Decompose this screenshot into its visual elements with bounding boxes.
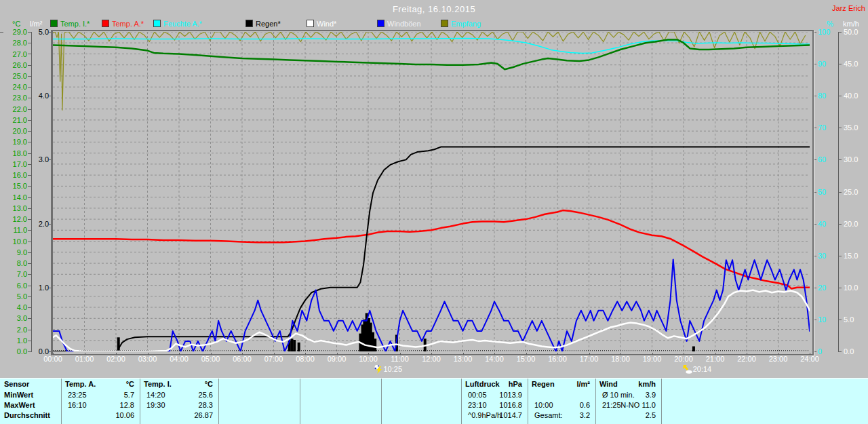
axis-tick-label: 20.0: [844, 220, 864, 228]
unit-label-celsius: °C: [12, 20, 20, 28]
axis-tick-label: 1.0: [31, 284, 49, 292]
axis-tick-label: 3.0: [4, 314, 27, 322]
table-row-label: Durchschnitt: [4, 411, 50, 420]
legend-item-temp-a: Temp. A.*: [102, 20, 144, 28]
wind-event-icon: [683, 364, 692, 374]
axis-tick-label: 28.0: [4, 39, 27, 47]
axis-tick: [0, 32, 3, 33]
storm-event-icon: [374, 364, 383, 374]
x-axis-label: 00:00: [43, 355, 62, 363]
legend-swatch-regen: [245, 20, 253, 27]
x-axis-label: 23:00: [769, 355, 788, 363]
axis-tick-label: 4.0: [4, 303, 27, 311]
table-cell-temp-i-value: 25.6: [140, 391, 213, 400]
axis-tick-label: 2.0: [4, 326, 27, 334]
x-axis-label: 19:00: [643, 355, 662, 363]
plot-area: [53, 32, 810, 351]
axis-tick-label: 24.0: [4, 83, 27, 91]
axis-tick-label: 16.0: [4, 171, 27, 179]
legend-label: Feuchte A.*: [163, 20, 202, 28]
x-axis-label: 08:00: [296, 355, 315, 363]
legend-label: Temp. A.*: [112, 20, 144, 28]
x-axis-label: 12:00: [422, 355, 441, 363]
axis-tick: [28, 131, 31, 132]
axis-tick: [838, 64, 842, 64]
axis-tick-label: 12.0: [4, 215, 27, 223]
axis-tick-label: 5.0: [844, 315, 864, 324]
axis-tick-label: 15.0: [844, 252, 864, 260]
x-axis-label: 05:00: [201, 355, 220, 363]
table-cell-wind-value: 2.5: [595, 411, 656, 420]
axis-tick: [838, 320, 842, 320]
legend-item-feuchte-a: Feuchte A.*: [153, 20, 202, 28]
axis-tick: [28, 252, 31, 253]
table-row-label: MaxWert: [4, 401, 35, 410]
table-cell-temp-i-value: 26.87: [140, 411, 213, 420]
axis-tick-label: 40: [818, 220, 835, 228]
table-cell-luftdruck-value: 1013.9: [461, 391, 522, 400]
table-row-label: Sensor: [4, 380, 29, 389]
legend-label: Windböen: [387, 20, 421, 28]
table-cell-luftdruck-value: 1014.7: [461, 411, 522, 420]
axis-tick-label: 14.0: [4, 193, 27, 201]
axis-tick-label: 19.0: [4, 138, 27, 146]
weather-station-window: Freitag, 16.10.2015 Jarz Erich °C l/m² %…: [0, 0, 868, 424]
axis-tick-label: 6.0: [4, 282, 27, 290]
axis-tick: [28, 120, 31, 121]
x-axis-label: 21:00: [706, 355, 725, 363]
axis-tick-label: 17.0: [4, 160, 27, 168]
axis-tick: [838, 192, 842, 193]
axis-tick: [28, 296, 31, 297]
x-axis-label: 07:00: [264, 355, 283, 363]
axis-tick: [28, 341, 31, 341]
event-marker-time: 20:14: [693, 365, 712, 373]
legend-label: Regen*: [256, 20, 281, 28]
x-axis-label: 03:00: [138, 355, 157, 363]
axis-tick: [28, 87, 31, 88]
axis-tick: [28, 208, 31, 209]
x-axis-label: 14:00: [485, 355, 504, 363]
axis-tick-label: 60: [818, 155, 835, 163]
event-marker-time: 10:25: [384, 365, 403, 373]
legend-swatch-windb-en: [377, 20, 384, 27]
legend-item-temp-i: Temp. I.*: [50, 20, 90, 28]
axis-tick-label: 22.0: [4, 105, 27, 113]
x-axis-label: 24:00: [800, 355, 819, 363]
axis-tick-label: 0: [818, 347, 835, 355]
axis-tick: [28, 274, 31, 275]
table-cell-wind-value: N-NO 11.0: [595, 401, 656, 410]
table-cell-temp-a-value: 5.7: [61, 391, 134, 400]
axis-tick: [28, 76, 31, 77]
table-cell-luftdruck-value: 1016.8: [461, 401, 522, 410]
axis-tick-label: 90: [818, 60, 835, 68]
axis-tick-label: 10.0: [844, 284, 864, 292]
axis-tick-label: 30: [818, 252, 835, 260]
x-axis-label: 06:00: [233, 355, 252, 363]
table-cell-temp-a-value: 10.06: [61, 411, 134, 420]
x-axis-label: 13:00: [454, 355, 473, 363]
axis-tick-label: 80: [818, 92, 835, 100]
legend-swatch-wind: [307, 20, 314, 27]
axis-tick: [28, 164, 31, 165]
x-axis-label: 22:00: [737, 355, 756, 363]
table-header-unit-wind: km/h: [595, 380, 656, 389]
axis-tick: [28, 65, 31, 66]
axis-tick-label: 45.0: [844, 60, 864, 68]
axis-tick: [28, 318, 31, 319]
axis-tick: [28, 242, 31, 242]
x-axis-label: 09:00: [328, 355, 347, 363]
unit-label-rain: l/m²: [30, 20, 42, 28]
axis-tick: [28, 307, 31, 308]
legend-label: Temp. I.*: [60, 20, 90, 28]
axis-tick-label: 70: [818, 123, 835, 132]
x-axis-label: 20:00: [674, 355, 693, 363]
legend-swatch-feuchte-a: [153, 20, 161, 27]
axis-tick-label: 11.0: [4, 226, 27, 234]
axis-tick-label: 20.0: [4, 127, 27, 135]
axis-tick: [838, 224, 842, 225]
axis-tick-label: 0.0: [4, 347, 27, 355]
table-cell-temp-a-value: 12.8: [61, 401, 134, 410]
legend-item-regen: Regen*: [245, 20, 281, 28]
axis-tick-label: 40.0: [844, 92, 864, 100]
table-row-label: MinWert: [4, 391, 33, 400]
